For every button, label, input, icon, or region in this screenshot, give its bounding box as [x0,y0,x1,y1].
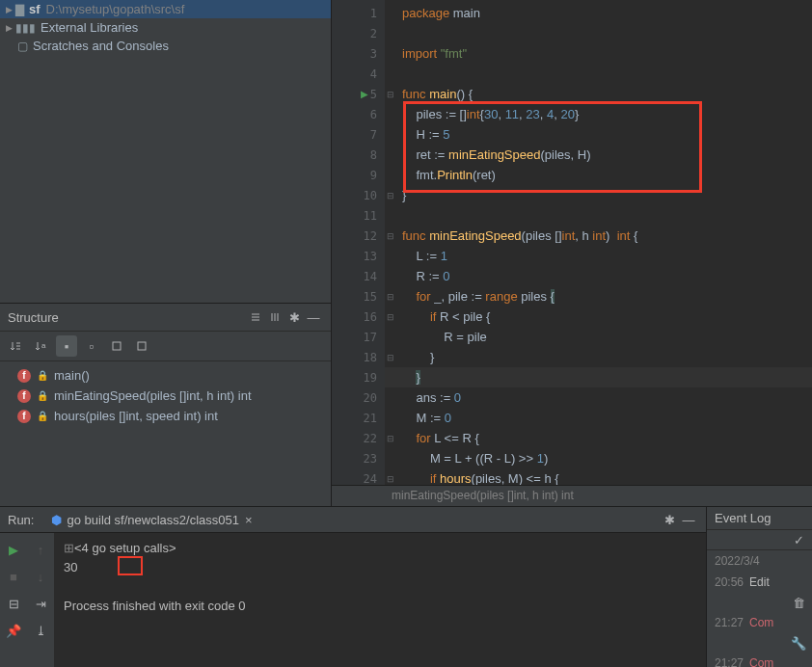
svg-rect-1 [113,342,121,350]
svg-rect-2 [138,342,146,350]
event-log-date: 2022/3/4 [707,550,812,572]
gutter-line[interactable]: 14 [332,266,385,286]
gutter-line[interactable]: 10⊟ [332,185,385,205]
code-line[interactable]: for L <= R { [385,428,812,448]
sort-alpha-icon[interactable] [6,335,27,357]
structure-panel: Structure ✱ — a ▪ ▫ f🔒main()f🔒minEatingS… [0,304,331,506]
layout-icon[interactable]: ⊟ [2,592,25,615]
code-line[interactable]: L := 1 [385,246,812,266]
code-line[interactable]: package main [385,3,812,23]
filter-classes-icon[interactable]: ▫ [81,335,102,357]
gutter-line[interactable]: 13 [332,246,385,266]
close-icon[interactable]: × [245,513,253,527]
library-icon: ▮▮▮ [15,21,36,35]
minimize-icon[interactable]: — [304,307,323,327]
folder-icon: ▇ [15,3,24,16]
gutter-line[interactable]: 4 [332,64,385,84]
gutter-line[interactable]: 9 [332,165,385,185]
project-tree: ▶ ▇ sf D:\mysetup\gopath\src\sf ▶ ▮▮▮ Ex… [0,0,331,304]
console-output[interactable]: ⊞<4 go setup calls> 30 Process finished … [54,533,706,667]
code-line[interactable] [385,205,812,226]
scratches-row[interactable]: ▢ Scratches and Consoles [0,37,331,55]
function-badge-icon: f [17,410,31,423]
gutter-line[interactable]: 19⊟ [332,367,385,387]
event-log-item[interactable]: 20:56Edit [707,572,812,593]
gutter-line[interactable]: 7 [332,124,385,145]
chevron-right-icon: ▶ [6,5,15,14]
event-log-item[interactable]: 21:27Com [707,653,812,667]
console-setup-line: ⊞<4 go setup calls> [64,539,696,558]
event-msg: Com [749,616,773,629]
gutter-line[interactable]: 22⊟ [332,428,385,448]
code-line[interactable]: R := 0 [385,266,812,286]
code-line[interactable]: func minEatingSpeed(piles []int, h int) … [385,226,812,246]
gutter-line[interactable]: 23 [332,448,385,468]
trash-icon[interactable]: 🗑 [791,595,806,610]
wrench-icon[interactable]: 🔧 [791,635,806,651]
console-exit-line: Process finished with exit code 0 [64,597,696,616]
code-line[interactable]: if R < pile { [385,307,812,327]
filter-fields-icon[interactable]: ▪ [56,335,77,357]
project-root-path: D:\mysetup\gopath\src\sf [46,2,185,16]
autoscroll-icon[interactable] [106,335,127,357]
code-line[interactable]: } [385,367,812,387]
scroll-icon[interactable]: ⤓ [29,619,52,642]
code-line[interactable]: for _, pile := range piles { [385,286,812,307]
lock-icon: 🔒 [37,390,48,401]
structure-item-label: minEatingSpeed(piles []int, h int) int [54,388,252,403]
pin-icon[interactable]: 📌 [2,619,25,642]
event-log-title: Event Log [707,507,812,530]
structure-item[interactable]: f🔒hours(piles []int, speed int) int [0,406,331,426]
gutter-line[interactable]: 21 [332,408,385,428]
structure-item[interactable]: f🔒minEatingSpeed(piles []int, h int) int [0,386,331,406]
gear-icon[interactable]: ✱ [660,510,679,529]
structure-title: Structure [8,310,246,325]
minimize-icon[interactable]: — [679,510,698,529]
gutter-line[interactable]: 12⊟ [332,226,385,246]
gutter-line[interactable]: 8 [332,145,385,165]
expand-icon[interactable] [246,307,265,327]
gutter-line[interactable]: 15⊟ [332,286,385,307]
function-badge-icon: f [17,369,31,383]
gutter-line[interactable]: 6 [332,104,385,124]
external-libraries-label: External Libraries [41,20,138,35]
collapse-icon[interactable] [265,307,284,327]
event-log-item[interactable]: 21:27Com [707,612,812,633]
code-line[interactable]: M := 0 [385,408,812,428]
softwrap-icon[interactable]: ⇥ [29,592,52,615]
run-config-tab[interactable]: ⬢ go build sf/newclass2/class051 × [43,511,259,529]
code-line[interactable] [385,23,812,43]
gutter-line[interactable]: 18⊟ [332,347,385,367]
stop-button[interactable]: ■ [2,565,25,588]
project-root-row[interactable]: ▶ ▇ sf D:\mysetup\gopath\src\sf [0,0,331,18]
editor-breadcrumb[interactable]: minEatingSpeed(piles []int, h int) int [332,485,812,506]
sort-visibility-icon[interactable]: a [31,335,52,357]
gear-icon[interactable]: ✱ [284,307,304,327]
autoscroll-from-icon[interactable] [131,335,152,357]
run-button[interactable]: ▶ [2,538,25,561]
gutter-line[interactable]: 16⊟ [332,307,385,327]
code-line[interactable]: ans := 0 [385,387,812,408]
event-msg: Com [749,656,773,667]
gutter-line[interactable]: 20 [332,387,385,408]
project-root-name: sf [29,2,41,16]
gutter-line[interactable]: ▶5⊟ [332,84,385,104]
gutter-line[interactable]: 1 [332,3,385,23]
code-editor[interactable]: 1234▶5⊟678910⊟1112⊟131415⊟16⊟1718⊟19⊟202… [332,0,812,506]
gutter-line[interactable]: 11 [332,205,385,226]
gutter-line[interactable]: 2 [332,23,385,43]
structure-item[interactable]: f🔒main() [0,365,331,386]
down-icon[interactable]: ↓ [29,565,52,588]
mark-read-icon[interactable]: ✓ [791,532,806,547]
external-libraries-row[interactable]: ▶ ▮▮▮ External Libraries [0,18,331,37]
code-line[interactable]: R = pile [385,327,812,347]
structure-item-label: hours(piles []int, speed int) int [54,409,218,423]
gutter-line[interactable]: 3 [332,43,385,64]
run-gutter-icon[interactable]: ▶ [361,89,368,99]
up-icon[interactable]: ↑ [29,538,52,561]
code-line[interactable] [385,64,812,84]
code-line[interactable]: } [385,347,812,367]
code-line[interactable]: import "fmt" [385,43,812,64]
gutter-line[interactable]: 17 [332,327,385,347]
code-line[interactable]: M = L + ((R - L) >> 1) [385,448,812,468]
